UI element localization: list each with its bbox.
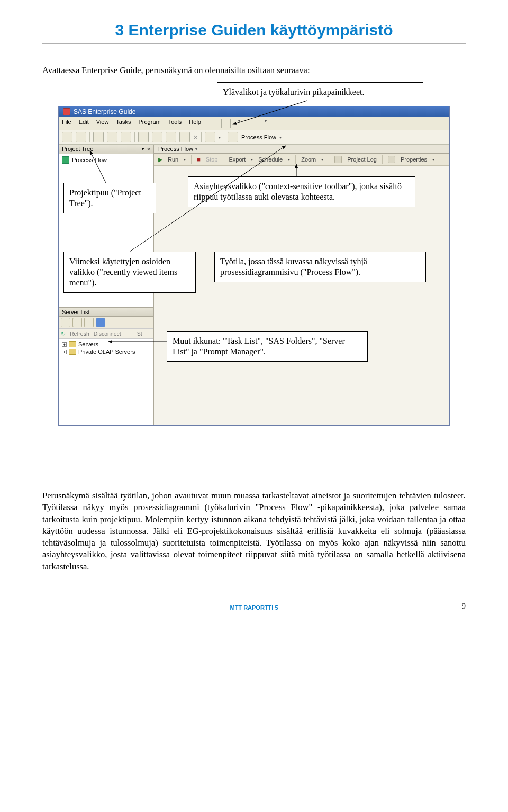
properties-icon[interactable] [388,156,395,163]
toolbar-btn-5-icon[interactable] [121,132,131,142]
sl-st-icon[interactable] [125,330,133,337]
server-tree: + Servers + Private OLAP Servers [59,339,153,358]
chapter-title: 3 Enterprise Guiden käyttöympäristö [42,21,466,44]
toolbar-btn-8-icon[interactable] [166,132,176,142]
server-list-title-label: Server List [62,309,90,315]
stop-icon: ■ [197,156,201,163]
sl-refresh-icon[interactable]: ↻ [61,331,66,337]
pf-run-label[interactable]: Run [168,156,178,163]
sl-disconnect-label[interactable]: Disconnect [94,331,121,337]
sl-icon-3[interactable] [84,318,94,327]
menu-edit[interactable]: Edit [79,119,89,128]
process-flow-icon [62,156,69,164]
dropdown-icon[interactable]: ▾ [195,147,197,151]
process-flow-titlebar: Process Flow ▾ [154,145,449,154]
menu-tasks[interactable]: Tasks [116,119,131,128]
page-footer: MTT RAPORTTI 5 9 [42,604,466,611]
expand-icon[interactable]: + [62,342,67,347]
close-pane-icon[interactable]: × [147,146,150,153]
sl-st-label[interactable]: St [137,331,142,337]
page-number: 9 [462,602,466,611]
menu-tools[interactable]: Tools [168,119,182,128]
sl-icon-1[interactable] [61,318,70,327]
window-title: SAS Enterprise Guide [74,108,135,115]
toolbar-btn-7-icon[interactable] [152,132,162,142]
sl-back-icon[interactable] [96,318,105,327]
process-flow-tree-item[interactable]: Process Flow [62,156,150,164]
project-tree-title-label: Project Tree [62,146,93,153]
callout-project-tree: Projektipuu ("Project Tree"). [64,183,156,213]
toolbar-btn-2-icon[interactable] [76,132,86,142]
toolbar-process-flow-icon[interactable] [228,132,238,142]
server-list-pane: ↻ Refresh Disconnect St + Servers [59,317,153,425]
pane-controls: ▾× [139,146,150,153]
dropdown-icon[interactable]: ▾ [141,146,145,153]
tree-row-servers[interactable]: + Servers [62,341,150,347]
toolbar-new-icon[interactable] [221,119,231,128]
menu-help[interactable]: Help [189,119,201,128]
toolbar-recent-icon[interactable] [205,132,215,142]
body-paragraph: Perusnäkymä sisältää työtilan, johon ava… [42,490,466,573]
callout-context-toolbar: Asiayhteysvalikko ("context-sensitive to… [188,176,415,207]
callout-top-menus: Ylävalikot ja työkalurivin pikapainikkee… [217,82,423,102]
server-list-toolbar2: ↻ Refresh Disconnect St [59,329,153,339]
tree-servers-label: Servers [78,341,98,347]
process-flow-toolbar: ▶ Run ▾ ■ Stop Export ▾ Schedule ▾ Zoom … [154,154,449,166]
server-list-pane-title: Server List [59,308,153,317]
sl-refresh-label[interactable]: Refresh [70,331,89,337]
toolbar-btn-3-icon[interactable] [93,132,104,142]
intro-text: Avattaessa Enterprise Guide, perusnäkymä… [42,65,466,76]
tree-row-olap[interactable]: + Private OLAP Servers [62,349,150,355]
project-tree-pane-title: Project Tree ▾× [59,145,153,154]
pf-schedule-label[interactable]: Schedule [258,156,283,163]
main-toolbar: ✕ ▾ Process Flow ▾ [59,130,449,145]
process-flow-title-label[interactable]: Process Flow [158,146,193,152]
callout-process-flow: Työtila, jossa tässä kuvassa näkyvissä t… [214,252,426,282]
folder-icon [69,349,76,355]
footer-report-label: MTT RAPORTTI 5 [230,604,278,611]
pf-stop-label[interactable]: Stop [206,156,218,163]
callout-other-windows: Muut ikkunat: "Task List", "SAS Folders"… [167,331,368,362]
annotated-screenshot: SAS Enterprise Guide File Edit View Task… [58,82,450,474]
toolbar-process-flow-label[interactable]: Process Flow [241,134,276,140]
window-titlebar: SAS Enterprise Guide [59,106,449,117]
menu-program[interactable]: Program [138,119,160,128]
toolbar-btn-6-icon[interactable] [138,132,149,142]
toolbar-open-icon[interactable] [248,119,257,128]
server-list-toolbar [59,317,153,329]
expand-icon[interactable]: + [62,350,67,354]
run-icon: ▶ [158,156,162,163]
app-icon [63,108,70,115]
menu-file[interactable]: File [62,119,71,128]
menu-bar: File Edit View Tasks Program Tools Help … [59,117,449,130]
pf-project-log-label[interactable]: Project Log [347,156,377,163]
pf-zoom-label[interactable]: Zoom [301,156,316,163]
menu-view[interactable]: View [96,119,109,128]
sl-icon-2[interactable] [72,318,82,327]
tree-olap-label: Private OLAP Servers [78,349,135,355]
toolbar-btn-1-icon[interactable] [62,132,72,142]
project-log-icon[interactable] [334,156,342,163]
callout-recent-menu: Viimeksi käytettyjen osioiden valikko ("… [64,252,196,293]
toolbar-btn-4-icon[interactable] [107,132,117,142]
folder-icon [69,341,76,347]
toolbar-btn-9-icon[interactable] [179,132,190,142]
process-flow-tree-label: Process Flow [72,157,107,163]
pf-properties-label[interactable]: Properties [401,156,427,163]
pf-export-label[interactable]: Export [229,156,246,163]
